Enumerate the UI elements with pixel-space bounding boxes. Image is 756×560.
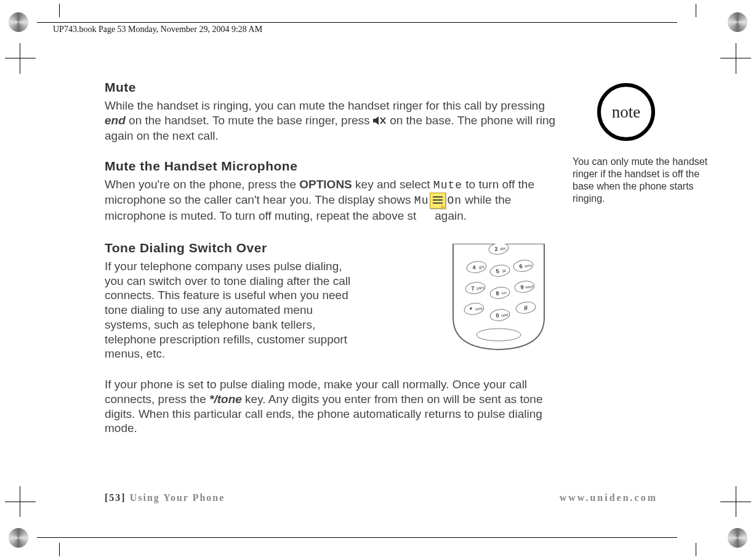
note-text: You can only mute the handset ringer if … (573, 156, 717, 205)
crop-line (20, 43, 20, 74)
svg-text:jkl: jkl (502, 269, 506, 273)
paragraph-mute-mic: When you're on the phone, press the OPTI… (105, 177, 560, 225)
crop-line (37, 22, 677, 23)
lcd-text-muteon-b: On (447, 194, 462, 207)
phone-keypad-illustration: 2abc 4ghi 5jkl 6mno (449, 244, 548, 351)
text: key and select (355, 178, 433, 191)
crop-line (5, 502, 36, 502)
crop-line (696, 543, 696, 556)
manual-page: UP743.book Page 53 Monday, November 29, … (0, 0, 756, 560)
text: When you're on the phone, press the (105, 178, 299, 191)
lcd-text-muteon-a: Mu (414, 194, 429, 207)
crop-line (5, 58, 36, 58)
text: While the handset is ringing, you can mu… (105, 99, 545, 112)
svg-text:ghi: ghi (479, 265, 485, 269)
page-footer: [53] Using Your Phone www.uniden.com (105, 492, 657, 503)
svg-text:tuv: tuv (502, 290, 507, 295)
framemaker-header: UP743.book Page 53 Monday, November 29, … (53, 25, 262, 34)
footer-page-number: [53] (105, 492, 126, 503)
crop-line (696, 4, 696, 17)
main-column: Mute While the handset is ringing, you c… (105, 80, 560, 452)
crop-line (59, 543, 60, 556)
key-star-tone: */tone (209, 393, 242, 406)
footer-url: www.uniden.com (560, 492, 657, 503)
svg-point-32 (477, 329, 521, 341)
paragraph-tonedial-2: If your phone is set to pulse dialing mo… (105, 377, 560, 436)
lcd-text-mute: Mute (433, 179, 462, 191)
note-badge-label: note (612, 103, 641, 122)
crop-line (20, 486, 20, 517)
heading-mute: Mute (105, 80, 560, 95)
footer-left: [53] Using Your Phone (105, 492, 225, 503)
paragraph-tonedial-1: If your telephone company uses pulse dia… (105, 259, 351, 361)
svg-marker-0 (373, 116, 379, 125)
crop-target-icon (9, 12, 28, 32)
key-options: OPTIONS (299, 178, 352, 191)
side-note-column: note You can only mute the handset ringe… (573, 83, 717, 205)
section-tonedial: Tone Dialing Switch Over If your telepho… (105, 241, 560, 436)
key-end: end (105, 114, 126, 127)
text: again. (435, 209, 467, 222)
crop-target-icon (728, 12, 747, 32)
sticky-note-icon (430, 193, 446, 209)
heading-mute-mic: Mute the Handset Microphone (105, 159, 560, 174)
crop-target-icon (728, 528, 747, 548)
crop-target-icon (9, 528, 28, 548)
crop-line (736, 486, 736, 517)
paragraph-mute: While the handset is ringing, you can mu… (105, 98, 560, 143)
speaker-mute-icon (373, 114, 387, 129)
crop-line (736, 43, 736, 74)
crop-line (37, 537, 677, 538)
text: on the handset. To mute the base ringer,… (129, 114, 373, 127)
crop-line (59, 4, 60, 17)
note-badge-icon: note (597, 83, 655, 141)
footer-section: Using Your Phone (130, 492, 225, 503)
